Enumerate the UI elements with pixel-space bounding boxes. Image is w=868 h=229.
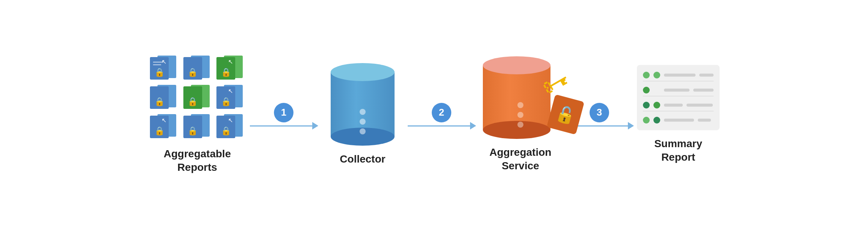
bar-2b: [693, 89, 714, 92]
dot-3b: [653, 102, 660, 108]
lock-open-icon: 🔓: [554, 103, 578, 126]
node-aggregation-service: 🗝 🔓 Aggregation Service: [479, 56, 562, 173]
bar-3: [664, 104, 683, 107]
reports-grid: ↖ 🔒 🔒 ↖ 🔒: [148, 55, 246, 140]
arrow-1-badge: 1: [274, 103, 293, 122]
collector-top: [331, 63, 395, 81]
collector-dot-1: [360, 109, 366, 115]
node-collector: Collector: [321, 63, 404, 166]
aggregation-dot-1: [517, 102, 523, 108]
aggregation-bottom: [483, 121, 550, 139]
report-card-1: ↖ 🔒: [148, 55, 178, 82]
aggregation-cylinder: 🗝 🔓: [483, 56, 558, 139]
summary-report-visual: [637, 65, 720, 130]
aggregation-service-label: Aggregation Service: [490, 146, 552, 173]
report-card-4: 🔒: [148, 84, 178, 111]
dot-1b: [653, 72, 660, 78]
arrow-2-badge: 2: [432, 103, 451, 122]
aggregation-dots: [517, 102, 523, 128]
node-aggregatable-reports: ↖ 🔒 🔒 ↖ 🔒: [148, 55, 246, 175]
aggregation-top: [483, 56, 550, 74]
report-card-8: 🔒: [182, 113, 211, 140]
bar-2: [664, 89, 690, 92]
arrow-3-badge: 3: [590, 103, 609, 122]
bar-4: [664, 119, 694, 122]
collector-cylinder: [331, 63, 395, 146]
bar-4b: [698, 119, 711, 122]
aggregation-dot-3: [517, 122, 523, 128]
bar-1: [664, 74, 696, 77]
report-card-5: 🔒: [182, 84, 211, 111]
diagram-container: ↖ 🔒 🔒 ↖ 🔒: [0, 47, 868, 182]
arrow-1-container: 1: [246, 103, 321, 127]
dot-2a: [643, 87, 650, 93]
collector-dot-3: [360, 128, 366, 134]
collector-dot-2: [360, 119, 366, 125]
dot-3a: [643, 102, 650, 108]
bar-1b: [699, 74, 714, 77]
collector-dots: [360, 109, 366, 134]
dot-2b-empty: [653, 87, 660, 93]
dot-4b: [653, 117, 660, 124]
aggregatable-reports-label: Aggregatable Reports: [164, 147, 231, 175]
aggregation-dot-2: [517, 112, 523, 118]
arrow-2-line: [408, 125, 475, 127]
dot-1a: [643, 72, 650, 78]
report-card-9: ↖ 🔒: [215, 113, 244, 140]
report-card-7: ↖ 🔒: [148, 113, 178, 140]
collector-label: Collector: [340, 152, 385, 166]
summary-row-1: [643, 69, 714, 81]
node-summary-report: Summary Report: [637, 65, 720, 164]
aggregation-icon-group: 🗝 🔓: [483, 56, 558, 139]
summary-row-2: [643, 84, 714, 96]
dot-4a: [643, 117, 650, 124]
arrow-2-container: 2: [404, 103, 479, 127]
report-card-3: ↖ 🔒: [215, 55, 244, 82]
bar-3b: [687, 104, 713, 107]
summary-row-4: [643, 114, 714, 126]
arrow-1-line: [250, 125, 318, 127]
summary-row-3: [643, 99, 714, 111]
report-card-2: 🔒: [182, 55, 211, 82]
summary-report-label: Summary Report: [654, 137, 702, 164]
report-card-6: ↖ 🔒: [215, 84, 244, 111]
